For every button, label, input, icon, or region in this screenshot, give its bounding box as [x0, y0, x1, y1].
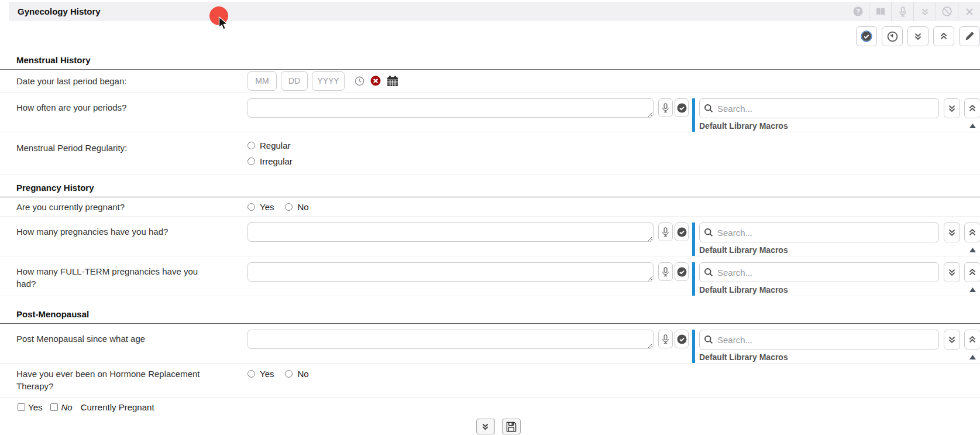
pregnancy-count-textarea[interactable]: [247, 222, 654, 242]
radio-hrt-yes[interactable]: [247, 370, 255, 378]
help-icon[interactable]: ?: [847, 2, 869, 21]
macro-expand-button[interactable]: [944, 98, 960, 118]
microphone-icon: [662, 267, 669, 277]
confirm-button[interactable]: [675, 98, 689, 117]
close-icon[interactable]: [958, 2, 980, 21]
fullterm-count-textarea[interactable]: [247, 262, 654, 282]
section-heading-post-menopausal: Post-Menopausal: [0, 296, 980, 324]
day-input[interactable]: [281, 71, 308, 91]
field-controls: Default Library Macros: [247, 93, 980, 132]
macro-panel: Default Library Macros: [692, 98, 980, 132]
field-controls: Default Library Macros: [247, 256, 980, 296]
checkbox-no[interactable]: [50, 403, 58, 411]
regularity-options: Regular Irregular: [247, 132, 293, 174]
macro-collapse-button[interactable]: [964, 222, 980, 242]
radio-hrt-no[interactable]: [285, 370, 293, 378]
clock-icon[interactable]: [355, 76, 365, 86]
double-chevron-up-icon: [968, 104, 977, 113]
double-chevron-down-icon[interactable]: [913, 2, 936, 21]
row-currently-pregnant: Are you currently pregnant? Yes No: [0, 197, 980, 217]
edit-pencil-button[interactable]: [959, 26, 980, 46]
pregnant-options: Yes No: [247, 202, 309, 212]
macro-search-input[interactable]: [699, 262, 939, 282]
radio-regular[interactable]: [247, 142, 255, 149]
collapse-caret-icon[interactable]: [969, 287, 976, 292]
dictate-button[interactable]: [658, 262, 673, 281]
macro-expand-button[interactable]: [944, 330, 960, 350]
section-heading-pregnancy: Pregnancy History: [0, 174, 980, 197]
calendar-icon[interactable]: [387, 76, 398, 87]
menopause-age-textarea[interactable]: [247, 330, 654, 349]
macro-panel: Default Library Macros: [692, 330, 980, 363]
double-chevron-up-icon: [968, 268, 977, 277]
macro-search-input[interactable]: [699, 98, 939, 118]
ban-icon[interactable]: [936, 2, 958, 21]
dictate-button[interactable]: [658, 330, 673, 348]
jump-down-button[interactable]: [476, 419, 495, 434]
svg-text:?: ?: [856, 8, 860, 15]
scroll-up-button[interactable]: [933, 26, 954, 46]
checkbox-label: No: [61, 402, 72, 412]
radio-pregnant-no[interactable]: [285, 203, 293, 211]
date-entry-group: [247, 71, 398, 91]
field-label: Date your last period began:: [0, 75, 247, 87]
clear-date-icon[interactable]: [370, 76, 381, 86]
microphone-icon[interactable]: [891, 2, 913, 21]
footer-actions: [8, 419, 980, 434]
frequency-textarea[interactable]: [247, 98, 654, 118]
collapse-caret-icon[interactable]: [969, 355, 976, 359]
collapse-caret-icon[interactable]: [969, 248, 976, 252]
double-chevron-up-icon: [968, 228, 977, 237]
scroll-down-button[interactable]: [907, 26, 929, 46]
radio-label: Irregular: [260, 156, 293, 166]
row-period-regularity: Menstrual Period Regularity: Regular Irr…: [0, 132, 980, 174]
macro-panel: Default Library Macros: [692, 262, 980, 296]
macro-collapse-button[interactable]: [964, 98, 980, 118]
macro-search-input[interactable]: [699, 222, 939, 242]
hrt-options: Yes No: [247, 364, 309, 379]
field-label: How often are your periods?: [0, 93, 247, 132]
book-icon[interactable]: [869, 2, 891, 21]
microphone-icon: [662, 334, 669, 344]
month-input[interactable]: [247, 71, 277, 91]
page-title: Gynecology History: [18, 6, 101, 16]
row-hormone-replacement: Have you ever been on Hormone Replacemen…: [0, 364, 980, 398]
check-circle-icon: [677, 267, 687, 277]
double-chevron-down-icon: [947, 335, 957, 344]
radio-irregular[interactable]: [247, 157, 255, 165]
macro-library-label: Default Library Macros: [699, 121, 788, 131]
field-label: How many FULL-TERM pregnancies have you …: [0, 256, 247, 296]
radio-label: No: [297, 202, 308, 212]
macro-collapse-button[interactable]: [964, 330, 980, 350]
confirm-button[interactable]: [675, 330, 689, 348]
double-chevron-down-icon: [947, 228, 957, 237]
radio-pregnant-yes[interactable]: [247, 203, 255, 211]
double-chevron-up-icon: [968, 335, 977, 344]
save-button[interactable]: [502, 419, 521, 434]
row-currently-pregnant-flags: Yes No Currently Pregnant: [0, 398, 980, 416]
field-label: Post Menopausal since what age: [0, 324, 247, 363]
confirm-button[interactable]: [675, 222, 689, 241]
radio-label: Yes: [260, 369, 274, 379]
confirm-button[interactable]: [675, 262, 689, 281]
dictate-button[interactable]: [658, 222, 673, 241]
check-circle-icon: [677, 334, 687, 344]
history-clock-button[interactable]: [882, 26, 903, 46]
check-circle-button[interactable]: [856, 26, 877, 46]
year-input[interactable]: [312, 71, 345, 91]
checkbox-label: Yes: [28, 402, 42, 412]
radio-label: Yes: [260, 202, 274, 212]
macro-expand-button[interactable]: [944, 262, 960, 282]
collapse-caret-icon[interactable]: [969, 124, 976, 128]
row-fullterm-count: How many FULL-TERM pregnancies have you …: [0, 256, 980, 296]
checkbox-yes[interactable]: [18, 403, 25, 411]
macro-collapse-button[interactable]: [964, 262, 980, 282]
macro-expand-button[interactable]: [944, 222, 960, 242]
radio-label: Regular: [260, 141, 291, 150]
check-circle-icon: [677, 103, 687, 113]
macro-library-label: Default Library Macros: [699, 285, 788, 294]
macro-search-input[interactable]: [699, 330, 939, 350]
radio-label: No: [297, 369, 308, 379]
field-label: How many pregnancies have you had?: [0, 217, 247, 256]
dictate-button[interactable]: [658, 98, 673, 117]
